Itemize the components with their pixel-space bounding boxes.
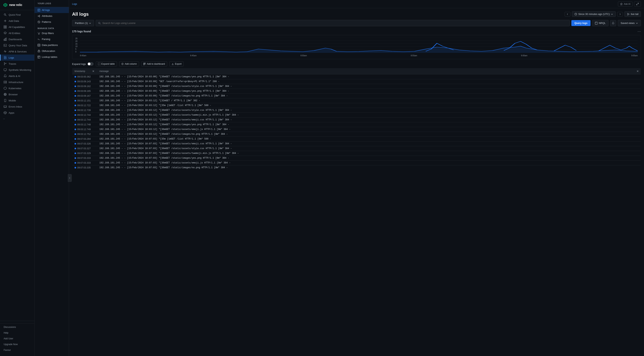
close-timestamp-col-button[interactable]: ✕ [92,70,95,73]
time-picker-button[interactable]: Since 30 minutes ago (UTC) [572,11,616,17]
table-row[interactable]: 09:07:03.326192.168.101.245 - - [15/Feb/… [72,142,641,146]
secondary-nav-attributes[interactable]: Attributes [34,13,69,19]
table-row[interactable]: 09:07:03.335192.168.101.245 - - [15/Feb/… [72,165,641,170]
sidebar-item-all-entities[interactable]: All Entities [0,30,34,36]
table-row[interactable]: 09:07:03.327192.168.101.245 - - [15/Feb/… [72,146,641,151]
svg-rect-23 [4,69,6,71]
expand-logs-toggle[interactable] [88,62,94,66]
table-row[interactable]: 09:03:12.752192.168.101.245 - - [15/Feb/… [72,132,641,137]
table-row[interactable]: 09:07:03.329192.168.101.245 - - [15/Feb/… [72,151,641,156]
timestamp-cell: 09:03:12.748 [72,122,97,127]
table-row[interactable]: 09:07:03.284192.168.101.245 - - [15/Feb/… [72,137,641,142]
query-logs-button[interactable]: Query logs [571,20,590,26]
page-header: All logs Since 30 minutes ago (UTC) live… [72,11,641,17]
table-row[interactable]: 09:07:03.333192.168.101.245 - - [15/Feb/… [72,161,641,165]
secondary-nav-patterns[interactable]: Patterns [34,19,69,25]
sidebar-item-apm-services[interactable]: APM & Services [0,48,34,55]
sidebar-item-more[interactable]: ... [0,116,34,121]
sidebar-item-quick-find[interactable]: Quick Find [0,12,34,18]
terminal-icon [4,44,7,47]
sidebar-item-alerts-ai[interactable]: Alerts & AI [0,73,34,79]
message-cell: 192.168.101.245 - - [15/Feb/2024 10:07:0… [97,137,641,142]
sidebar-item-kubernetes[interactable]: Kubernetes [0,85,34,91]
table-row[interactable]: 09:03:12.151192.168.101.245 - - [15/Feb/… [72,98,641,103]
table-row[interactable]: 09:03:09.165192.168.101.245 - - [15/Feb/… [72,89,641,94]
message-cell: 192.168.101.245 - - [15/Feb/2024 10:03:1… [97,103,641,108]
export-button[interactable]: Export [170,61,184,66]
log-dot [74,143,76,145]
table-row[interactable]: 09:03:12.744192.168.101.245 - - [15/Feb/… [72,113,641,118]
sidebar-item-help[interactable]: Help [0,330,34,336]
sidebar-item-upgrade-now[interactable]: Upgrade Now [0,342,34,347]
table-row[interactable]: 09:03:12.748192.168.101.245 - - [15/Feb/… [72,122,641,127]
table-row[interactable]: 09:03:12.749192.168.101.245 - - [15/Feb/… [72,127,641,132]
logo: new relic [0,0,34,10]
sidebar-item-all-capabilities[interactable]: All Capabilities [0,24,34,30]
table-row[interactable]: 09:03:12.744192.168.101.245 - - [15/Feb/… [72,118,641,122]
partition-button[interactable]: Partition (1) [72,20,94,26]
chevron-left-icon [566,13,569,15]
expand-table-button[interactable]: Expand table [96,61,117,66]
secondary-nav-parsing[interactable]: Parsing [34,36,69,42]
chevron-down-icon [611,13,613,15]
x-label-855: 8:55am [411,55,417,57]
sidebar-item-favour[interactable]: Favour [0,347,34,353]
expand-logs-label: Expand logs [72,63,86,65]
secondary-nav-obfuscation[interactable]: Obfuscation [34,48,69,54]
forward-button[interactable] [617,12,623,16]
table-row[interactable]: 09:03:09.167192.168.101.245 - - [15/Feb/… [72,94,641,98]
patterns-icon [38,21,40,23]
sidebar-item-traces[interactable]: Traces [0,61,34,67]
sidebar-item-logs[interactable]: Logs [0,55,34,61]
sidebar-item-add-user[interactable]: Add User [0,336,34,342]
table-row[interactable]: 09:03:09.162192.168.101.245 - - [15/Feb/… [72,84,641,89]
search-input[interactable] [102,20,567,26]
table-row[interactable]: 09:03:12.722192.168.101.245 - - [15/Feb/… [72,103,641,108]
sidebar-collapse-button[interactable] [68,174,72,182]
log-table: timestamp ✕ message ✕ 09:03:00. [72,68,641,170]
nrql-button[interactable]: NRQL [592,20,608,26]
secondary-nav-all-logs[interactable]: All logs [34,7,69,13]
saved-views-button[interactable]: Saved views [618,20,641,26]
sidebar-item-infrastructure[interactable]: Infrastructure [0,79,34,85]
primary-nav: Quick Find Add Data All Capabilities All… [0,10,34,321]
svg-point-31 [4,93,6,96]
secondary-nav-data-partitions[interactable]: Data partitions [34,42,69,48]
secondary-nav-drop-filters[interactable]: Drop filters [34,30,69,36]
sidebar-item-errors-inbox[interactable]: Errors Inbox [0,104,34,110]
ask-ai-button[interactable]: Ask AI [618,1,632,6]
lookup-tables-icon [38,56,40,58]
y-label-10: 10 [75,45,79,47]
table-row[interactable]: 09:03:12.739192.168.101.245 - - [15/Feb/… [72,108,641,113]
sidebar-item-browser[interactable]: Browser [0,91,34,97]
sidebar-item-mobile[interactable]: Mobile [0,97,34,104]
live-tail-button[interactable]: live tail [624,11,641,17]
table-row[interactable]: 09:03:09.143192.168.101.245 - - [15/Feb/… [72,79,641,84]
clock-icon [574,13,577,15]
more-options-button[interactable]: ⋯ [638,29,641,33]
svg-rect-7 [4,26,5,27]
sidebar-item-dashboards[interactable]: Dashboards [0,36,34,42]
sidebar-item-add-data[interactable]: Add Data [0,18,34,24]
add-to-dashboard-button[interactable]: Add to dashboard [141,61,167,66]
timestamp-cell: 09:07:03.329 [72,151,97,156]
log-dot [74,105,76,106]
timestamp-cell: 09:03:09.143 [72,79,97,84]
close-message-col-button[interactable]: ✕ [636,70,639,73]
parsing-icon [38,38,40,41]
sidebar-item-discussions[interactable]: Discussions [0,324,34,330]
back-button[interactable] [565,12,570,16]
secondary-nav-lookup-tables[interactable]: Lookup tables [34,54,69,60]
notification-button[interactable] [610,20,616,26]
sidebar-item-query-your-data[interactable]: Query Your Data [0,42,34,48]
svg-rect-54 [38,56,40,58]
add-column-button[interactable]: Add column [119,61,139,66]
table-row[interactable]: 09:07:03.333192.168.101.245 - - [15/Feb/… [72,156,641,161]
table-row[interactable]: 09:03:00.362192.168.101.245 - - [15/Feb/… [72,74,641,79]
link-button[interactable] [634,1,641,6]
sidebar-item-synthetic-monitoring[interactable]: Synthetic Monitoring [0,67,34,73]
log-table-body: 09:03:00.362192.168.101.245 - - [15/Feb/… [72,74,641,170]
chart-svg [80,37,638,53]
sidebar-item-apps[interactable]: Apps [0,110,34,116]
secondary-nav-item-label: Patterns [42,20,51,23]
